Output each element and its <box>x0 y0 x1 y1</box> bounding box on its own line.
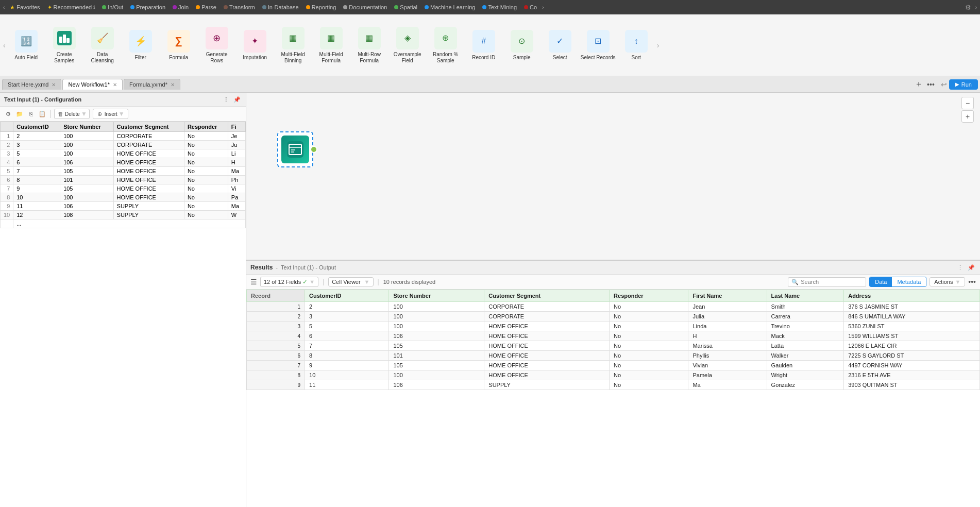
results-menu-icon[interactable]: ⋮ <box>955 263 965 272</box>
add-tab-button[interactable]: ＋ <box>915 79 923 90</box>
results-search-input[interactable] <box>801 279 863 285</box>
nav-recommended[interactable]: ✦ Recommended ℹ <box>44 3 98 12</box>
col-header-segment[interactable]: Customer Segment <box>113 122 184 132</box>
results-list-icon[interactable]: ☰ <box>250 278 257 286</box>
left-table-row[interactable]: 46106HOME OFFICENoH <box>1 158 246 167</box>
nav-ml[interactable]: Machine Learning <box>421 3 478 11</box>
tab-close-start[interactable]: ✕ <box>52 82 56 88</box>
toolbar-prev-arrow[interactable]: ‹ <box>2 40 7 50</box>
zoom-out-button[interactable]: − <box>961 97 974 109</box>
copy-icon[interactable]: ⎘ <box>26 109 36 119</box>
tool-multirow-formula[interactable]: ▦ Multi-Row Formula <box>351 18 388 73</box>
tool-multifield-formula[interactable]: ▦ Multi-Field Formula <box>313 18 350 73</box>
nav-reporting[interactable]: Reporting <box>303 3 340 11</box>
tool-data-cleansing[interactable]: 🧹 Data Cleansing <box>84 18 121 73</box>
right-canvas[interactable]: − + Results - Text Input (1) - Output <box>246 93 980 507</box>
tool-record-id[interactable]: # Record ID <box>465 18 502 73</box>
nav-textmining[interactable]: Text Mining <box>479 3 520 11</box>
tool-formula[interactable]: ∑ Formula <box>160 18 197 73</box>
nav-co[interactable]: Co <box>521 3 540 11</box>
results-table-row[interactable]: 5 7 105 HOME OFFICE No Marissa Latta 120… <box>247 341 980 351</box>
insert-icon[interactable]: ⊕ <box>95 109 105 119</box>
tab-data[interactable]: Data <box>870 277 892 286</box>
results-table-row[interactable]: 4 6 106 HOME OFFICE No H Mack 1599 WILLI… <box>247 331 980 341</box>
results-table-wrap[interactable]: Record CustomerID Store Number Customer … <box>246 290 980 507</box>
node-output-connector[interactable] <box>310 146 317 153</box>
results-col-lastname[interactable]: Last Name <box>767 290 844 302</box>
nav-spatial[interactable]: Spatial <box>391 3 420 11</box>
toolbar-next-arrow[interactable]: › <box>656 40 661 50</box>
nav-preparation[interactable]: Preparation <box>127 3 168 11</box>
folder-icon[interactable]: 📁 <box>14 109 25 119</box>
more-tabs-button[interactable]: ••• <box>927 80 935 89</box>
tab-formula[interactable]: Formula.yxmd* ✕ <box>124 79 180 90</box>
results-more-button[interactable]: ••• <box>968 278 976 286</box>
col-header-customerid[interactable]: CustomerID <box>13 122 60 132</box>
tab-metadata[interactable]: Metadata <box>892 277 926 286</box>
left-table-row[interactable]: 68101HOME OFFICENoPh <box>1 176 246 184</box>
tool-random-sample[interactable]: ⊛ Random % Sample <box>427 18 464 73</box>
zoom-in-button[interactable]: + <box>961 110 974 123</box>
left-data-table-wrap[interactable]: CustomerID Store Number Customer Segment… <box>0 122 246 507</box>
history-button[interactable]: ↩ <box>941 80 947 89</box>
nav-next-arrow[interactable]: › <box>541 5 545 10</box>
tool-multifield-binning[interactable]: ▦ Multi-Field Binning <box>275 18 312 73</box>
results-col-segment[interactable]: Customer Segment <box>484 290 610 302</box>
nav-inout[interactable]: In/Out <box>99 3 126 11</box>
tab-close-formula[interactable]: ✕ <box>171 82 175 88</box>
nav-indatabase[interactable]: In-Database <box>259 3 302 11</box>
left-table-row[interactable]: 810100HOME OFFICENoPa <box>1 193 246 202</box>
tool-imputation[interactable]: ✦ Imputation <box>236 18 274 73</box>
fields-selector[interactable]: 12 of 12 Fields ✓ ▼ <box>260 277 318 287</box>
tool-sort[interactable]: ↕ Sort <box>618 18 655 73</box>
tab-new-workflow[interactable]: New Workflow1* ✕ <box>62 79 123 90</box>
paste-icon[interactable]: 📋 <box>37 109 47 119</box>
left-table-row[interactable]: 911106SUPPLYNoMa <box>1 202 246 211</box>
left-table-row[interactable]: 57105HOME OFFICENoMa <box>1 167 246 176</box>
results-col-address[interactable]: Address <box>844 290 980 302</box>
results-table-row[interactable]: 1 2 100 CORPORATE No Jean Smith 376 S JA… <box>247 302 980 312</box>
col-header-responder[interactable]: Responder <box>184 122 228 132</box>
tool-generate-rows[interactable]: ⊕ Generate Rows <box>198 18 235 73</box>
nav-documentation[interactable]: Documentation <box>340 3 390 11</box>
results-table-row[interactable]: 6 8 101 HOME OFFICE No Phyllis Walker 72… <box>247 351 980 361</box>
nav-prev-arrow[interactable]: ‹ <box>2 5 6 10</box>
col-header-storenumber[interactable]: Store Number <box>60 122 113 132</box>
results-table-row[interactable]: 2 3 100 CORPORATE No Julia Carrera 846 S… <box>247 312 980 322</box>
tool-auto-field[interactable]: 🔢 Auto Field <box>8 18 45 73</box>
panel-pin-icon[interactable]: 📌 <box>232 95 242 104</box>
delete-button[interactable]: Delete <box>65 111 80 117</box>
panel-menu-icon[interactable]: ⋮ <box>221 95 230 104</box>
text-input-node[interactable] <box>277 131 313 167</box>
results-table-row[interactable]: 3 5 100 HOME OFFICE No Linda Trevino 536… <box>247 322 980 331</box>
left-table-row[interactable]: 1012108SUPPLYNoW <box>1 211 246 219</box>
delete-dropdown-icon[interactable]: 🗑 <box>56 109 65 119</box>
nav-right-arrow[interactable]: › <box>974 5 978 10</box>
results-col-firstname[interactable]: First Name <box>688 290 767 302</box>
tool-select[interactable]: ✓ Select <box>542 18 579 73</box>
nav-parse[interactable]: Parse <box>193 3 219 11</box>
results-pin-icon[interactable]: 📌 <box>967 263 976 272</box>
tool-select-records[interactable]: ⊡ Select Records <box>580 18 617 73</box>
actions-dropdown[interactable]: Actions ▼ <box>930 277 965 286</box>
col-header-fi[interactable]: Fi <box>228 122 245 132</box>
tab-close-workflow[interactable]: ✕ <box>113 82 117 88</box>
left-table-row[interactable]: 23100CORPORATENoJu <box>1 141 246 149</box>
run-button[interactable]: ▶ Run <box>949 79 978 90</box>
tool-create-samples[interactable]: Create Samples <box>46 18 83 73</box>
nav-favorites[interactable]: ★ Favorites <box>7 3 43 12</box>
left-table-row[interactable]: 35100HOME OFFICENoLi <box>1 149 246 158</box>
results-col-store[interactable]: Store Number <box>389 290 484 302</box>
nav-transform[interactable]: Transform <box>221 3 258 11</box>
tool-sample[interactable]: ⊙ Sample <box>503 18 540 73</box>
results-table-row[interactable]: 7 9 105 HOME OFFICE No Vivian Gaulden 44… <box>247 361 980 370</box>
nav-join[interactable]: Join <box>170 3 192 11</box>
settings-icon[interactable]: ⚙ <box>964 4 972 11</box>
tool-oversample-field[interactable]: ◈ Oversample Field <box>389 18 426 73</box>
tab-start-here[interactable]: Start Here.yxmd ✕ <box>2 79 61 90</box>
settings-panel-icon[interactable]: ⚙ <box>3 109 13 119</box>
results-table-row[interactable]: 8 10 100 HOME OFFICE No Pamela Wright 23… <box>247 370 980 380</box>
viewer-selector[interactable]: Cell Viewer ▼ <box>328 277 373 286</box>
results-table-row[interactable]: 9 11 106 SUPPLY No Ma Gonzalez 3903 QUIT… <box>247 380 980 390</box>
left-table-row[interactable]: 12100CORPORATENoJe <box>1 132 246 141</box>
